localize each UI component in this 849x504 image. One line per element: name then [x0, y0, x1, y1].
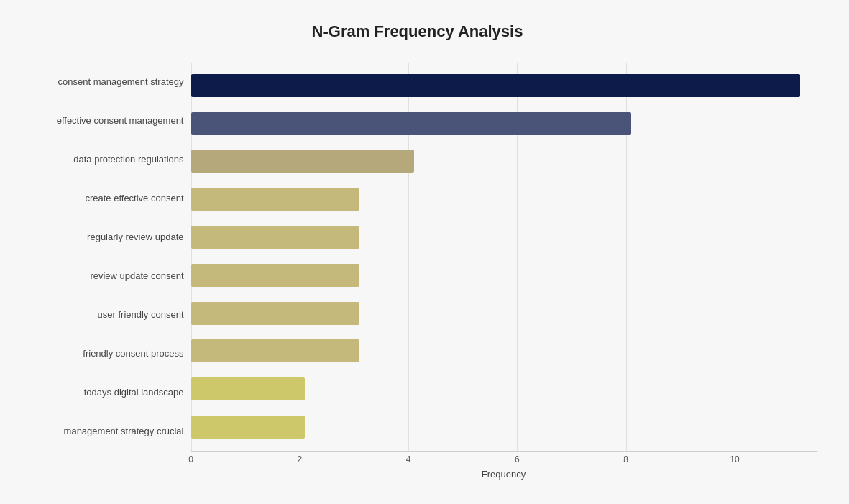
- y-label: user friendly consent: [98, 296, 184, 334]
- bar: [191, 416, 306, 439]
- bar-row: [191, 337, 817, 365]
- x-axis-label: Frequency: [191, 469, 817, 480]
- bar-row: [191, 300, 817, 327]
- bar: [191, 74, 800, 97]
- x-tick: 2: [297, 454, 302, 464]
- bar-row: [191, 185, 817, 213]
- bar: [191, 377, 306, 400]
- chart-area: consent management strategyeffective con…: [19, 63, 817, 480]
- y-label: data protection regulations: [73, 141, 183, 178]
- y-label: friendly consent process: [83, 335, 183, 372]
- x-tick: 4: [406, 454, 411, 464]
- y-label: todays digital landscape: [84, 374, 184, 411]
- x-tick: 0: [188, 454, 193, 464]
- bars-area: [191, 63, 817, 451]
- y-label: create effective consent: [85, 180, 183, 217]
- bar: [191, 339, 360, 362]
- y-labels: consent management strategyeffective con…: [19, 63, 191, 480]
- bars-wrapper: [191, 63, 817, 451]
- y-label: management strategy crucial: [64, 413, 184, 450]
- x-tick: 10: [730, 454, 739, 464]
- y-label: effective consent management: [57, 102, 184, 139]
- bar-row: [191, 262, 817, 289]
- x-tick: 8: [623, 454, 628, 464]
- y-label: review update consent: [90, 257, 183, 295]
- bar-row: [191, 375, 817, 403]
- x-axis: 0246810 Frequency: [191, 451, 817, 480]
- bar-row: [191, 413, 817, 441]
- bar-row: [191, 72, 817, 99]
- x-tick: 6: [515, 454, 520, 464]
- y-label: regularly review update: [87, 219, 183, 256]
- bar: [191, 188, 360, 211]
- bar-row: [191, 110, 817, 137]
- bar-row: [191, 224, 817, 251]
- bar: [191, 150, 414, 173]
- bar: [191, 226, 360, 249]
- bar-row: [191, 147, 817, 175]
- y-label: consent management strategy: [58, 63, 184, 101]
- bar: [191, 302, 360, 325]
- x-ticks: 0246810: [191, 452, 817, 466]
- bars-and-xaxis: 0246810 Frequency: [191, 63, 817, 480]
- bar: [191, 264, 360, 287]
- chart-container: N-Gram Frequency Analysis consent manage…: [12, 8, 838, 497]
- chart-title: N-Gram Frequency Analysis: [19, 22, 817, 41]
- bar: [191, 112, 632, 135]
